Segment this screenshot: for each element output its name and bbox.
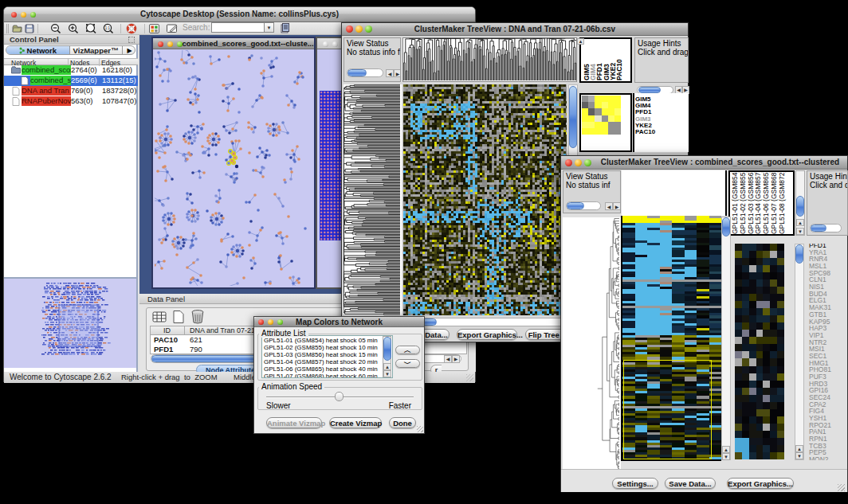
- svg-text:1:1: 1:1: [105, 26, 111, 30]
- svg-text:GPL51-03 (GSM856): GPL51-03 (GSM856): [747, 172, 755, 234]
- svg-text:GPL51-08 (GSM872): GPL51-08 (GSM872): [778, 172, 786, 234]
- svg-text:GPL51-01 (GSM854): GPL51-01 (GSM854): [731, 172, 739, 234]
- svg-text:GPL51-07 (GSM868): GPL51-07 (GSM868): [770, 172, 778, 234]
- svg-text:GPL51-04 (GSM857): GPL51-04 (GSM857): [754, 172, 762, 234]
- svg-text:GPL51-06 (GSM865): GPL51-06 (GSM865): [762, 172, 770, 234]
- svg-text:GPL51-02 (GSM855): GPL51-02 (GSM855): [739, 172, 747, 234]
- svg-text:PAC10: PAC10: [615, 59, 623, 80]
